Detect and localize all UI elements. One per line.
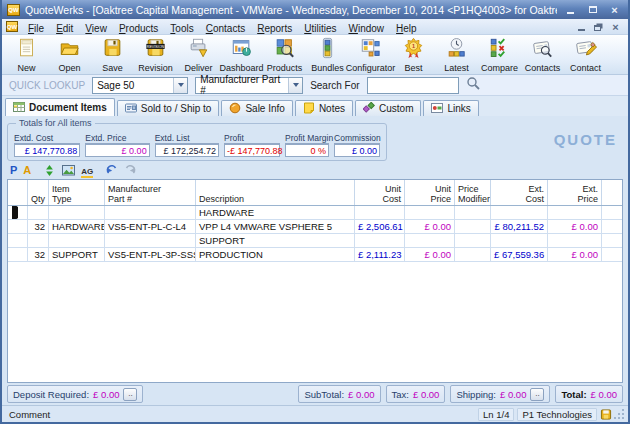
products-button[interactable]: Products: [263, 37, 306, 73]
cell-mfr-part[interactable]: VS5-ENT-PL-C-L4: [105, 220, 196, 233]
cell-ext-price[interactable]: [548, 234, 602, 247]
menu-window[interactable]: Window: [342, 22, 390, 35]
cell-qty[interactable]: [28, 234, 49, 247]
cell-qty[interactable]: 32: [28, 220, 49, 233]
close-button[interactable]: ×: [606, 3, 623, 16]
cell-qty[interactable]: 32: [28, 248, 49, 261]
cell-qty[interactable]: [28, 206, 49, 219]
cell-ext-price[interactable]: [548, 206, 602, 219]
row-selector[interactable]: [8, 220, 28, 233]
cell-mfr-part[interactable]: VS5-ENT-PL-3P-SSS-C: [105, 248, 196, 261]
revision-button[interactable]: REVISIONRevision: [134, 37, 177, 73]
column-header-item-type[interactable]: ItemType: [49, 180, 105, 205]
cell-mfr-part[interactable]: [105, 234, 196, 247]
row-selector[interactable]: [8, 248, 28, 261]
best-button[interactable]: 1Best: [392, 37, 435, 73]
cell-price-modifier[interactable]: [455, 206, 491, 219]
latest-button[interactable]: Latest: [435, 37, 478, 73]
table-row[interactable]: 32SUPPORTVS5-ENT-PL-3P-SSS-CPRODUCTION£ …: [8, 248, 622, 262]
cell-description[interactable]: PRODUCTION: [196, 248, 355, 261]
column-header-price-modifier[interactable]: PriceModifier: [455, 180, 491, 205]
cell-ext-price[interactable]: £ 0.00: [548, 220, 602, 233]
mdi-minimize-button[interactable]: [573, 21, 590, 33]
menu-view[interactable]: View: [79, 22, 113, 35]
format-p-icon[interactable]: P: [10, 164, 17, 177]
column-header-ext-price[interactable]: Ext.Price: [548, 180, 602, 205]
menu-edit[interactable]: Edit: [50, 22, 79, 35]
menu-products[interactable]: Products: [113, 22, 164, 35]
tab-document-items[interactable]: Document Items: [5, 98, 115, 116]
row-selector[interactable]: [8, 206, 28, 219]
redo-icon[interactable]: [124, 164, 137, 177]
maximize-button[interactable]: [584, 3, 601, 16]
column-header-selector[interactable]: [8, 180, 28, 205]
tab-sold-to-ship-to[interactable]: Sold to / Ship to: [117, 100, 220, 116]
cell-ext-cost[interactable]: £ 67,559.36: [491, 248, 548, 261]
cell-ext-cost[interactable]: £ 80,211.52: [491, 220, 548, 233]
bundles-button[interactable]: Bundles: [306, 37, 349, 73]
column-header-description[interactable]: Description: [196, 180, 355, 205]
cell-description[interactable]: HARDWARE: [196, 206, 355, 219]
configurator-button[interactable]: Configurator: [349, 37, 392, 73]
search-input[interactable]: [367, 77, 459, 94]
table-row[interactable]: SUPPORT: [8, 234, 622, 248]
mdi-close-button[interactable]: ×: [607, 21, 624, 33]
tab-sale-info[interactable]: Sale Info: [221, 100, 292, 116]
undo-icon[interactable]: [105, 164, 118, 177]
cell-unit-price[interactable]: £ 0.00: [405, 220, 455, 233]
cell-item-type[interactable]: SUPPORT: [49, 248, 105, 261]
save-button[interactable]: Save: [91, 37, 134, 73]
open-button[interactable]: Open: [48, 37, 91, 73]
shipping-ellipsis-button[interactable]: ..: [530, 388, 544, 401]
deliver-button[interactable]: Deliver: [177, 37, 220, 73]
column-header-ext-cost[interactable]: Ext.Cost: [491, 180, 548, 205]
tab-notes[interactable]: Notes: [295, 100, 353, 116]
menu-file[interactable]: File: [22, 22, 50, 35]
contact-button[interactable]: Contact: [564, 37, 607, 73]
tab-custom[interactable]: Custom: [355, 100, 421, 116]
cell-item-type[interactable]: [49, 206, 105, 219]
cell-price-modifier[interactable]: [455, 234, 491, 247]
dashboard-button[interactable]: Dashboard: [220, 37, 263, 73]
tab-links[interactable]: Links: [423, 100, 478, 116]
cell-unit-cost[interactable]: £ 2,111.23: [355, 248, 405, 261]
compare-button[interactable]: Compare: [478, 37, 521, 73]
search-field-select[interactable]: Manufacturer Part #: [195, 77, 303, 94]
format-a-icon[interactable]: A: [23, 164, 31, 177]
cell-unit-price[interactable]: [405, 234, 455, 247]
deposit-ellipsis-button[interactable]: ..: [123, 388, 137, 401]
cell-item-type[interactable]: HARDWARE: [49, 220, 105, 233]
cell-price-modifier[interactable]: [455, 248, 491, 261]
menu-tools[interactable]: Tools: [164, 22, 199, 35]
menu-help[interactable]: Help: [390, 22, 423, 35]
table-row[interactable]: HARDWARE: [8, 206, 622, 220]
cell-ext-price[interactable]: £ 0.00: [548, 248, 602, 261]
cell-unit-price[interactable]: [405, 206, 455, 219]
cell-description[interactable]: VPP L4 VMWARE VSPHERE 5: [196, 220, 355, 233]
sort-updown-icon[interactable]: [43, 164, 56, 177]
menu-utilities[interactable]: Utilities: [298, 22, 342, 35]
menu-reports[interactable]: Reports: [251, 22, 298, 35]
column-header-manufacturer-part-[interactable]: ManufacturerPart #: [105, 180, 196, 205]
product-source-select[interactable]: Sage 50: [92, 77, 188, 94]
contacts-button[interactable]: Contacts: [521, 37, 564, 73]
cell-unit-cost[interactable]: £ 2,506.61: [355, 220, 405, 233]
cell-ext-cost[interactable]: [491, 206, 548, 219]
search-icon[interactable]: [466, 76, 481, 95]
cell-item-type[interactable]: [49, 234, 105, 247]
cell-unit-cost[interactable]: [355, 206, 405, 219]
table-row[interactable]: 32HARDWAREVS5-ENT-PL-C-L4VPP L4 VMWARE V…: [8, 220, 622, 234]
cell-price-modifier[interactable]: [455, 220, 491, 233]
new-button[interactable]: New: [5, 37, 48, 73]
picture-icon[interactable]: [62, 164, 75, 177]
resize-grip[interactable]: [615, 408, 625, 420]
menu-contacts[interactable]: Contacts: [200, 22, 251, 35]
column-header-qty[interactable]: Qty: [28, 180, 49, 205]
cell-mfr-part[interactable]: [105, 206, 196, 219]
row-selector[interactable]: [8, 234, 28, 247]
column-header-unit-price[interactable]: UnitPrice: [405, 180, 455, 205]
autosize-columns-icon[interactable]: AG: [81, 164, 93, 177]
minimize-button[interactable]: [562, 3, 579, 16]
cell-description[interactable]: SUPPORT: [196, 234, 355, 247]
cell-unit-price[interactable]: £ 0.00: [405, 248, 455, 261]
